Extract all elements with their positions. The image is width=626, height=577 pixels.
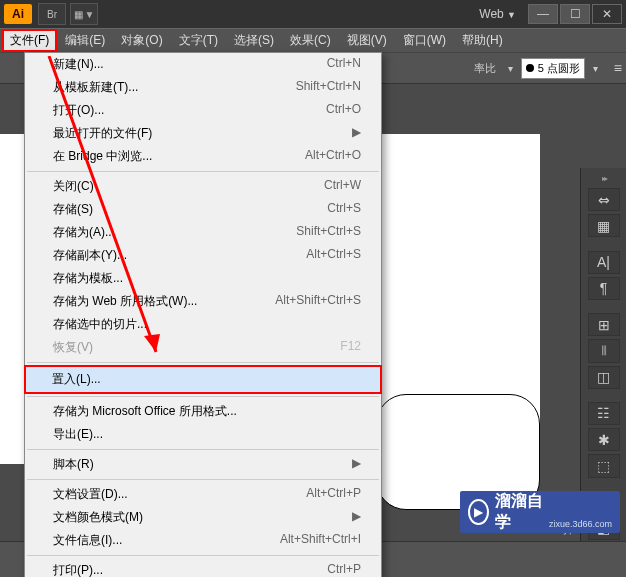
menu-file[interactable]: 文件(F): [2, 29, 57, 52]
panel-expand-handle[interactable]: [584, 174, 624, 182]
menu-item[interactable]: 存储为模板...: [25, 267, 381, 290]
menu-separator: [27, 479, 379, 480]
menu-item[interactable]: 文件信息(I)...Alt+Shift+Ctrl+I: [25, 529, 381, 552]
menu-item-label: 文件信息(I)...: [53, 532, 280, 549]
menu-item-shortcut: Alt+Shift+Ctrl+S: [275, 293, 361, 310]
menu-item[interactable]: 存储(S)Ctrl+S: [25, 198, 381, 221]
watermark-url: zixue.3d66.com: [549, 519, 612, 529]
menu-item[interactable]: 存储副本(Y)...Alt+Ctrl+S: [25, 244, 381, 267]
app-logo: Ai: [4, 4, 32, 24]
menu-separator: [27, 362, 379, 363]
pathfinder-panel-icon[interactable]: ◫: [588, 366, 620, 389]
menu-item[interactable]: 打印(P)...Ctrl+P: [25, 559, 381, 577]
menu-item[interactable]: 最近打开的文件(F)▶: [25, 122, 381, 145]
character-panel-icon[interactable]: A|: [588, 251, 620, 274]
menu-item-label: 打印(P)...: [53, 562, 327, 577]
menu-object[interactable]: 对象(O): [113, 29, 170, 52]
menu-select[interactable]: 选择(S): [226, 29, 282, 52]
menu-item-label: 存储副本(Y)...: [53, 247, 306, 264]
watermark-text: 溜溜自学: [495, 491, 543, 533]
menu-separator: [27, 555, 379, 556]
menu-item-label: 脚本(R): [53, 456, 344, 473]
file-dropdown-menu: 新建(N)...Ctrl+N从模板新建(T)...Shift+Ctrl+N打开(…: [24, 52, 382, 577]
menu-item-shortcut: Shift+Ctrl+N: [296, 79, 361, 96]
menu-item-label: 存储为 Microsoft Office 所用格式...: [53, 403, 361, 420]
submenu-arrow-icon: ▶: [352, 125, 361, 142]
symbols-panel-icon[interactable]: ✱: [588, 428, 620, 451]
artboards-panel-icon[interactable]: ☷: [588, 402, 620, 425]
ratio-label: 率比: [474, 61, 496, 76]
menu-item-shortcut: Ctrl+N: [327, 56, 361, 73]
watermark-badge: ▶ 溜溜自学 zixue.3d66.com: [460, 491, 620, 533]
minimize-button[interactable]: —: [528, 4, 558, 24]
menu-item-shortcut: Alt+Ctrl+O: [305, 148, 361, 165]
menu-window[interactable]: 窗口(W): [395, 29, 454, 52]
menu-item[interactable]: 脚本(R)▶: [25, 453, 381, 476]
menu-item-label: 存储(S): [53, 201, 327, 218]
menu-separator: [27, 449, 379, 450]
menu-item-label: 存储为(A)...: [53, 224, 296, 241]
info-panel-icon[interactable]: ▦: [588, 214, 620, 237]
menu-item[interactable]: 存储选中的切片...: [25, 313, 381, 336]
menu-item[interactable]: 置入(L)...: [24, 365, 382, 394]
menu-item[interactable]: 文档设置(D)...Alt+Ctrl+P: [25, 483, 381, 506]
submenu-arrow-icon: ▶: [352, 509, 361, 526]
menu-item-shortcut: Alt+Ctrl+P: [306, 486, 361, 503]
menu-item-shortcut: Ctrl+S: [327, 201, 361, 218]
menu-item-shortcut: Shift+Ctrl+S: [296, 224, 361, 241]
transform-panel-icon[interactable]: ⊞: [588, 313, 620, 336]
menu-item[interactable]: 新建(N)...Ctrl+N: [25, 53, 381, 76]
menu-bar: 文件(F) 编辑(E) 对象(O) 文字(T) 选择(S) 效果(C) 视图(V…: [0, 28, 626, 52]
stroke-profile-select[interactable]: 5 点圆形: [521, 58, 585, 79]
menu-item[interactable]: 存储为(A)...Shift+Ctrl+S: [25, 221, 381, 244]
menu-item-label: 文档设置(D)...: [53, 486, 306, 503]
menu-item-label: 关闭(C): [53, 178, 324, 195]
menu-item-shortcut: Ctrl+P: [327, 562, 361, 577]
menu-item[interactable]: 存储为 Microsoft Office 所用格式...: [25, 400, 381, 423]
css-panel-icon[interactable]: ⬚: [588, 454, 620, 477]
menu-item-label: 恢复(V): [53, 339, 340, 356]
dot-icon: [526, 64, 534, 72]
right-panel-dock: ⇔ ▦ A| ¶ ⊞ ⫴ ◫ ☷ ✱ ⬚ ◉ ◧: [580, 168, 626, 541]
ratio-dropdown-icon[interactable]: ▾: [508, 63, 513, 74]
menu-item-shortcut: F12: [340, 339, 361, 356]
menu-item-label: 导出(E)...: [53, 426, 361, 443]
menu-effect[interactable]: 效果(C): [282, 29, 339, 52]
close-button[interactable]: ✕: [592, 4, 622, 24]
title-bar: Ai Br ▦▼ Web ▼ — ☐ ✕: [0, 0, 626, 28]
menu-help[interactable]: 帮助(H): [454, 29, 511, 52]
bridge-button[interactable]: Br: [38, 3, 66, 25]
submenu-arrow-icon: ▶: [352, 456, 361, 473]
menu-item[interactable]: 存储为 Web 所用格式(W)...Alt+Shift+Ctrl+S: [25, 290, 381, 313]
menu-view[interactable]: 视图(V): [339, 29, 395, 52]
menu-item-label: 存储选中的切片...: [53, 316, 361, 333]
menu-item[interactable]: 关闭(C)Ctrl+W: [25, 175, 381, 198]
stroke-select-label: 5 点圆形: [538, 61, 580, 76]
menu-item-shortcut: Alt+Shift+Ctrl+I: [280, 532, 361, 549]
menu-item-label: 最近打开的文件(F): [53, 125, 344, 142]
panel-menu-icon[interactable]: ≡: [614, 60, 622, 76]
paragraph-panel-icon[interactable]: ¶: [588, 277, 620, 300]
menu-item[interactable]: 从模板新建(T)...Shift+Ctrl+N: [25, 76, 381, 99]
menu-separator: [27, 171, 379, 172]
arrange-documents-button[interactable]: ▦▼: [70, 3, 98, 25]
links-panel-icon[interactable]: ⇔: [588, 188, 620, 211]
align-panel-icon[interactable]: ⫴: [588, 339, 620, 362]
menu-item-label: 在 Bridge 中浏览...: [53, 148, 305, 165]
menu-item[interactable]: 在 Bridge 中浏览...Alt+Ctrl+O: [25, 145, 381, 168]
play-icon: ▶: [468, 499, 489, 525]
menu-item[interactable]: 文档颜色模式(M)▶: [25, 506, 381, 529]
menu-item-label: 文档颜色模式(M): [53, 509, 344, 526]
menu-type[interactable]: 文字(T): [171, 29, 226, 52]
menu-item-label: 新建(N)...: [53, 56, 327, 73]
menu-item[interactable]: 打开(O)...Ctrl+O: [25, 99, 381, 122]
workspace-label[interactable]: Web ▼: [479, 7, 516, 21]
menu-item: 恢复(V)F12: [25, 336, 381, 359]
maximize-button[interactable]: ☐: [560, 4, 590, 24]
menu-item-shortcut: Ctrl+W: [324, 178, 361, 195]
menu-item-shortcut: Alt+Ctrl+S: [306, 247, 361, 264]
stroke-dropdown-icon[interactable]: ▾: [593, 63, 598, 74]
menu-item[interactable]: 导出(E)...: [25, 423, 381, 446]
menu-item-label: 存储为模板...: [53, 270, 361, 287]
menu-edit[interactable]: 编辑(E): [57, 29, 113, 52]
